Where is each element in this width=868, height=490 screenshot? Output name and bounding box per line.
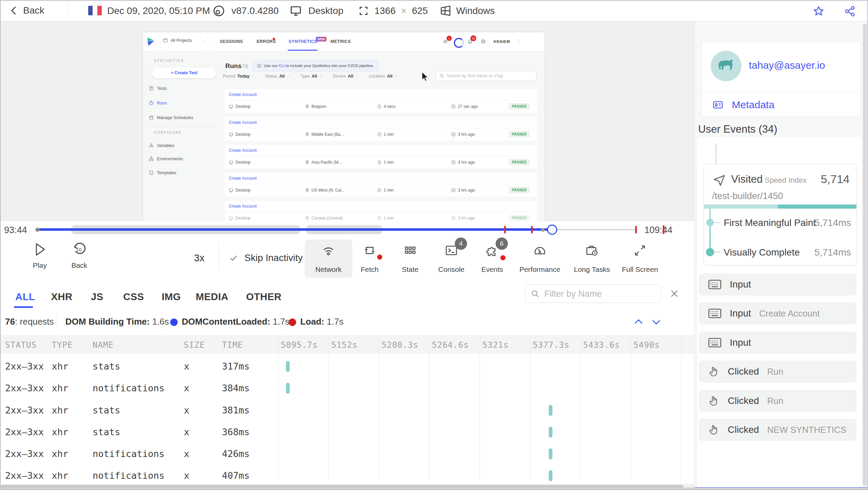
playhead-handle[interactable] xyxy=(547,225,557,235)
sidebar-section-configure: CONFIGURE xyxy=(154,131,182,134)
run-duration: 1 min xyxy=(377,132,393,137)
gauge-icon xyxy=(533,244,547,257)
sidebar-scrollbar[interactable] xyxy=(863,24,867,486)
run-row: Create Account Desktop Asia Pacific (M..… xyxy=(225,145,537,169)
runs-count: 76 xyxy=(242,63,248,70)
share-icon[interactable] xyxy=(843,5,856,17)
new-badge: NEW xyxy=(316,37,326,42)
run-duration: 4 secs xyxy=(377,104,396,109)
rewind-10-icon: 10 xyxy=(72,242,87,257)
click-hand-icon xyxy=(708,365,720,378)
play-icon xyxy=(33,242,47,257)
visited-event-card[interactable]: Visited Speed Index 5,714 /test-builder/… xyxy=(704,164,857,265)
timeline-start-marker xyxy=(35,228,39,232)
dom-building-time: DOM Building Time: 1.6s xyxy=(65,316,169,327)
run-location: US West (N. Cal... xyxy=(305,188,345,193)
sidebar-item-manage-schedules: Manage Schedules xyxy=(149,115,193,120)
long-tasks-panel-button[interactable]: Long Tasks xyxy=(568,240,616,278)
network-tab-media[interactable]: MEDIA xyxy=(196,291,228,303)
user-email-link[interactable]: tahay@asayer.io xyxy=(749,60,825,71)
sidebar-item-variables: Variables xyxy=(149,143,174,148)
jump-prev-icon[interactable] xyxy=(632,316,645,328)
console-panel-button[interactable]: 4 Console xyxy=(428,240,475,278)
network-tab-xhr[interactable]: XHR xyxy=(51,291,73,303)
col-status: STATUS xyxy=(5,340,37,350)
back-label: Back xyxy=(23,5,44,16)
network-tab-other[interactable]: OTHER xyxy=(246,291,282,303)
timeline-progress xyxy=(37,228,552,231)
state-icon xyxy=(403,244,417,257)
domcontentloaded-stat: DOMContentLoaded: 1.7s xyxy=(182,316,289,327)
user-events-title: User Events (34) xyxy=(698,123,777,135)
favorite-star-icon[interactable] xyxy=(812,5,825,17)
run-when: 3 hrs ago xyxy=(451,188,475,193)
keyboard-icon xyxy=(708,279,722,290)
network-panel-button[interactable]: Network xyxy=(305,240,352,278)
network-tab-css[interactable]: CSS xyxy=(123,291,144,303)
time-col-2: 5208.3s xyxy=(382,340,418,350)
run-status-badge: PASSED xyxy=(509,131,530,137)
request-timing-bar xyxy=(549,448,552,459)
metadata-button[interactable]: Metadata xyxy=(711,99,774,111)
run-location: Canada (Central) xyxy=(305,216,343,220)
events-activity-dot xyxy=(500,255,505,260)
col-name: NAME xyxy=(93,340,114,350)
state-panel-button[interactable]: State xyxy=(386,240,434,278)
fullscreen-button[interactable]: Full Screen xyxy=(616,240,664,278)
speed-index-label: Speed Index xyxy=(765,176,807,185)
window-scrollbar-strip xyxy=(0,488,868,490)
event-card-input[interactable]: Input xyxy=(699,274,856,295)
replay-tab-metrics: METRICS xyxy=(331,39,351,44)
filters-row: PeriodToday StatusAll TypeAll DeviceAll … xyxy=(223,73,398,79)
speed-index-value: 5,714 xyxy=(821,173,850,186)
metric-connector xyxy=(709,209,711,253)
fetch-icon xyxy=(363,244,376,257)
request-timing-bar xyxy=(549,405,552,416)
visited-label: Visited xyxy=(731,173,763,185)
network-tab-img[interactable]: IMG xyxy=(162,291,181,303)
keyboard-icon xyxy=(708,338,722,348)
request-timing-bar xyxy=(549,427,552,438)
event-card-click[interactable]: ClickedRun xyxy=(699,361,856,382)
kebab-menu-icon: ⋮ xyxy=(516,38,521,45)
visited-url: /test-builder/1450 xyxy=(712,191,783,201)
event-connector-line xyxy=(716,144,717,164)
request-timing-bar xyxy=(286,383,290,394)
time-col-0: 5095.7s xyxy=(281,340,318,350)
runs-title: Runs xyxy=(225,62,242,70)
skip-inactivity-toggle[interactable]: Skip Inactivity xyxy=(229,252,303,263)
playback-timeline: 93:44 109:44 xyxy=(0,221,694,238)
event-card-input[interactable]: Input xyxy=(699,332,856,354)
back-10s-button[interactable]: 10 Back xyxy=(68,242,91,270)
performance-panel-button[interactable]: Performance xyxy=(516,240,564,278)
run-status-badge: PASSED xyxy=(509,215,530,221)
load-stat: Load: 1.7s xyxy=(300,316,343,327)
network-tab-js[interactable]: JS xyxy=(91,291,103,303)
time-col-3: 5264.6s xyxy=(432,340,469,350)
network-tab-all[interactable]: ALL xyxy=(15,291,35,303)
close-panel-icon[interactable] xyxy=(669,288,680,299)
play-button[interactable]: Play xyxy=(29,242,51,270)
replayed-app-screen: All Projects SESSIONS ERRORS SYNTHETICS … xyxy=(143,32,545,221)
timeline-track[interactable] xyxy=(37,221,637,238)
event-card-click[interactable]: ClickedNEW SYNTHETICS xyxy=(699,419,856,441)
run-location: Asia Pacific (M... xyxy=(305,160,342,165)
loading-spinner-icon xyxy=(454,38,464,48)
replay-tab-sessions: SESSIONS xyxy=(220,39,243,44)
jump-next-icon[interactable] xyxy=(649,316,663,328)
event-card-click[interactable]: ClickedRun xyxy=(699,390,856,412)
run-duration: 1 min xyxy=(377,188,393,193)
playback-speed-button[interactable]: 3x xyxy=(194,252,205,264)
gear-icon: ⚙ xyxy=(481,38,486,45)
events-panel-button[interactable]: 6 Events xyxy=(468,240,516,278)
filter-input[interactable] xyxy=(544,288,654,299)
sidebar-item-runs: Runs xyxy=(149,100,167,105)
recorded-mouse-cursor xyxy=(419,71,430,82)
run-name-link: Create Account xyxy=(229,148,257,153)
event-card-input[interactable]: InputCreate Account xyxy=(699,303,856,324)
active-network-tab-underline xyxy=(14,306,33,308)
visually-complete-dot xyxy=(706,248,714,256)
run-status-badge: PASSED xyxy=(509,187,530,193)
back-button[interactable]: Back xyxy=(9,4,44,17)
keyboard-icon xyxy=(708,308,722,318)
